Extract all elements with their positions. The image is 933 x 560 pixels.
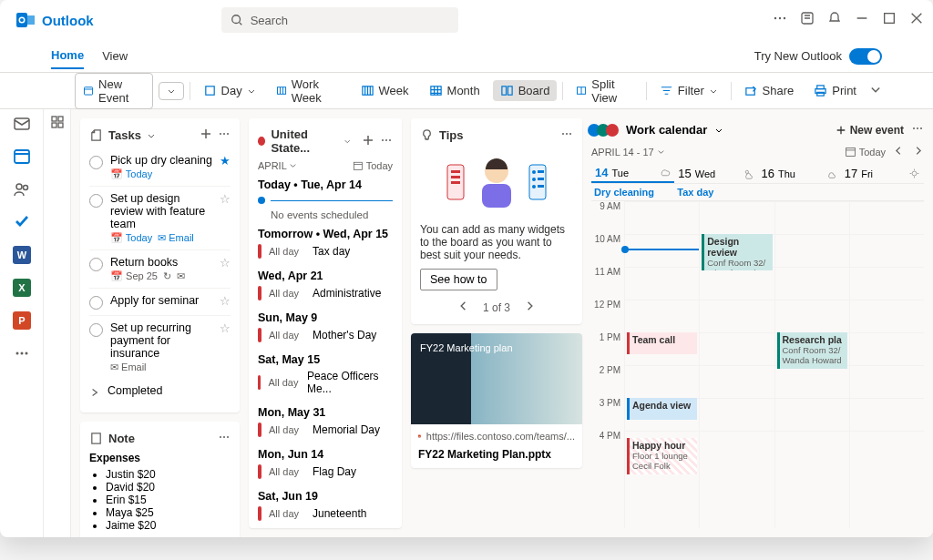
allday-cell[interactable] [758,184,841,200]
day-header[interactable]: 16Thu [758,162,841,183]
day-header[interactable]: 14Tue [591,162,674,183]
bell-icon[interactable] [827,11,842,29]
weather-icon [825,168,837,179]
cal-range[interactable]: APRIL 14 - 17 [591,147,665,158]
cal-next[interactable] [912,145,924,158]
excel-app-icon[interactable]: X [13,279,31,297]
cal-today-button[interactable]: Today [845,146,886,158]
event-agenda[interactable]: Agenda view [627,398,697,420]
cal-col-fri[interactable] [849,201,924,528]
holiday-event[interactable]: All dayPeace Officers Me... [258,366,393,399]
cal-col-wed[interactable]: Design reviewConf Room 32/Miguel Garcia [699,201,774,528]
task-item[interactable]: Pick up dry cleaning📅 Today★ [89,148,231,187]
note-more-icon[interactable] [218,431,231,446]
calendar-app-icon[interactable] [13,148,31,166]
holiday-event[interactable]: All dayFlag Day [258,461,393,483]
event-design-review[interactable]: Design reviewConf Room 32/Miguel Garcia [702,234,772,270]
print-button[interactable]: Print [806,80,864,101]
svg-rect-36 [52,123,56,127]
ribbon-chevron-icon[interactable] [869,83,882,98]
task-item[interactable]: Return books📅 Sep 25↻✉☆ [89,250,231,289]
try-new-toggle[interactable] [849,48,882,65]
holiday-event[interactable]: All dayMother's Day [258,324,393,346]
filter-button[interactable]: Filter [652,80,725,101]
view-month[interactable]: Month [422,80,487,101]
pager-next[interactable] [523,300,536,315]
file-card[interactable]: FY22 Marketing plan Phttps://files.conto… [411,333,582,468]
star-icon[interactable]: ★ [220,154,231,168]
star-icon[interactable]: ☆ [220,294,231,308]
star-icon[interactable]: ☆ [220,256,231,270]
cal-col-tue[interactable]: Team call Agenda view Happy hourFloor 1 … [624,201,699,528]
pager-prev[interactable] [457,300,470,315]
view-day[interactable]: Day [196,80,263,101]
now-indicator [625,249,699,250]
task-item[interactable]: Set up recurring payment for insurance✉ … [89,316,231,379]
tab-home[interactable]: Home [51,43,84,69]
more-apps-icon[interactable] [13,344,31,362]
holidays-more-icon[interactable] [380,134,393,149]
note-icon[interactable] [800,11,815,29]
maximize-button[interactable] [882,11,897,29]
event-happy-hour[interactable]: Happy hourFloor 1 loungeCecil Folk [627,438,697,474]
today-button[interactable]: Today [353,160,393,171]
chevron-down-icon[interactable] [343,137,351,146]
search-input[interactable]: Search [221,7,458,33]
star-icon[interactable]: ☆ [220,192,231,206]
svg-rect-70 [846,148,855,156]
task-circle-icon[interactable] [89,258,103,271]
view-board[interactable]: Board [493,80,558,101]
star-icon[interactable]: ☆ [220,321,231,335]
tasks-more-icon[interactable] [218,127,231,143]
task-circle-icon[interactable] [89,156,103,169]
todo-app-icon[interactable] [13,213,31,231]
allday-cell[interactable]: Tax day [674,184,757,200]
people-app-icon[interactable] [13,180,31,199]
view-workweek[interactable]: Work Week [269,74,348,108]
tasks-completed[interactable]: Completed [89,379,231,403]
tips-more-icon[interactable] [560,127,573,143]
task-circle-icon[interactable] [89,323,103,337]
cal-prev[interactable] [893,145,905,158]
day-header[interactable]: 15Wed [674,162,757,183]
mail-app-icon[interactable] [13,115,31,133]
powerpoint-app-icon[interactable]: P [13,311,31,330]
event-team-call[interactable]: Team call [627,332,697,354]
svg-rect-8 [885,14,895,24]
minimize-button[interactable] [855,11,869,29]
svg-point-72 [912,171,917,176]
see-how-button[interactable]: See how to [420,269,497,290]
share-button[interactable]: Share [737,80,802,101]
day-header[interactable]: 17Fri [841,162,924,183]
svg-rect-34 [52,117,56,121]
task-item[interactable]: Set up design review with feature team📅 … [89,187,231,250]
view-week[interactable]: Week [354,80,416,101]
task-item[interactable]: Apply for seminar☆ [89,289,231,316]
holidays-month[interactable]: APRIL [258,160,297,171]
chevron-down-icon[interactable] [714,126,723,135]
holiday-event[interactable]: All dayMemorial Day [258,419,393,441]
holiday-event[interactable]: All dayAdministrative [258,282,393,304]
holiday-event[interactable]: All dayJuneteenth [258,503,393,524]
svg-point-3 [231,15,240,24]
chevron-down-icon[interactable] [147,131,156,140]
add-task-button[interactable] [200,127,212,143]
allday-cell[interactable] [841,184,924,200]
new-event-link[interactable]: New event [836,124,904,137]
close-button[interactable] [909,11,924,29]
word-app-icon[interactable]: W [13,246,31,264]
more-icon[interactable] [773,11,787,29]
task-circle-icon[interactable] [89,296,103,310]
add-button[interactable] [362,134,374,149]
event-research[interactable]: Research plaConf Room 32/Wanda Howard [777,332,847,369]
cal-col-thu[interactable]: Research plaConf Room 32/Wanda Howard [774,201,849,528]
holiday-event[interactable]: All dayTax day [258,240,393,262]
split-view[interactable]: Split View [569,74,641,108]
new-event-button[interactable]: New Event [75,73,153,109]
allday-cell[interactable]: Dry cleaning [591,184,674,200]
cal-more-icon[interactable] [911,122,924,137]
board-layout-icon[interactable] [50,115,65,129]
new-event-dropdown[interactable] [159,82,184,100]
task-circle-icon[interactable] [89,194,103,208]
tab-view[interactable]: View [102,44,128,68]
